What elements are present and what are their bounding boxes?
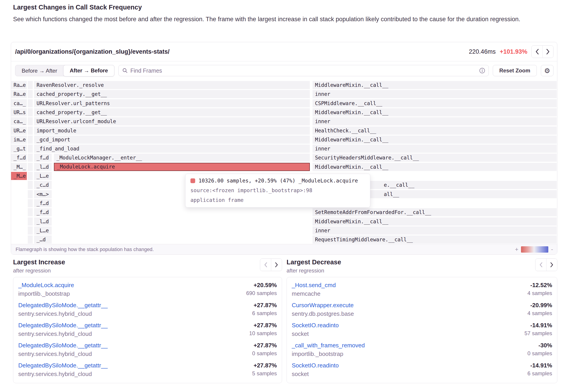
flamegraph-canvas[interactable]: Ra…eRavenResolver._resolveMiddlewareMixi… (11, 81, 557, 244)
flame-frame-mid[interactable]: _f…d (34, 199, 52, 207)
flame-frame-main[interactable]: cached_property.__get__ (34, 108, 310, 116)
function-link[interactable]: SocketIO.readinto (292, 362, 339, 369)
flame-frame-narrow[interactable] (28, 190, 33, 198)
flame-frame-narrow[interactable] (28, 90, 33, 98)
flame-frame-left[interactable]: _f…d (11, 154, 27, 162)
reset-zoom-button[interactable]: Reset Zoom (493, 65, 537, 76)
next-endpoint-button[interactable] (542, 45, 553, 58)
flame-frame-narrow[interactable] (28, 217, 33, 225)
flame-frame-narrow[interactable] (28, 145, 33, 153)
flame-frame-mid[interactable]: _c…d (34, 181, 52, 189)
function-link[interactable]: CursorWrapper.execute (292, 301, 353, 309)
flame-frame-middleware[interactable]: MiddlewareMixin.__call__ (312, 163, 557, 171)
flame-frame-middleware[interactable]: MiddlewareMixin.__call__ (312, 217, 557, 225)
change-percent: -14.91% (530, 322, 552, 329)
flame-frame-narrow[interactable] (28, 81, 33, 89)
flame-frame-mid[interactable]: _l…d (34, 163, 52, 171)
flame-frame-mid[interactable]: _L…e (34, 172, 52, 180)
flame-frame-main[interactable]: _find_and_load (34, 145, 310, 153)
flame-frame-left[interactable]: im…e (11, 136, 27, 144)
settings-button[interactable]: ⚙ (541, 65, 553, 76)
flame-frame-middleware[interactable]: inner (312, 90, 557, 98)
flame-frame-left[interactable]: Ra…e (11, 81, 27, 89)
sample-count: 4 samples (528, 310, 552, 318)
module-label: sentry.services.hybrid_cloud (18, 330, 92, 338)
info-icon[interactable] (479, 68, 485, 74)
flame-frame-left[interactable]: Ra…e (11, 90, 27, 98)
previous-endpoint-button[interactable] (532, 45, 542, 58)
flame-frame-left[interactable]: _M…e (11, 172, 27, 180)
flame-frame-middleware[interactable]: inner (312, 145, 557, 153)
intro: Largest Changes in Call Stack Frequency … (13, 4, 546, 24)
increase-next-button[interactable] (271, 259, 282, 271)
flame-frame-narrow[interactable] (28, 199, 33, 207)
flame-frame-narrow[interactable] (28, 236, 33, 244)
flame-frame-mid[interactable]: _l…d (34, 217, 52, 225)
flame-frame-middleware[interactable]: MiddlewareMixin.__call__ (312, 136, 557, 144)
flame-frame-narrow[interactable] (28, 226, 33, 235)
page: Largest Changes in Call Stack Frequency … (0, 0, 565, 392)
flame-frame-mid[interactable]: <m…> (34, 190, 52, 198)
chevron-right-icon (550, 262, 553, 268)
flame-frame-narrow[interactable] (28, 208, 33, 216)
flame-frame-mid[interactable]: _f…d (34, 208, 52, 216)
flame-frame-left[interactable]: UR…s (11, 108, 27, 116)
flame-frame-mid[interactable]: _f…d (34, 154, 52, 162)
flame-frame-main[interactable]: _gcd_import (34, 136, 310, 144)
diff-color-legend: + - (515, 246, 553, 253)
flame-frame-middleware[interactable]: MiddlewareMixin.__call__ (312, 81, 557, 89)
change-percent: +27.87% (254, 342, 277, 349)
flame-frame-selected[interactable]: _ModuleLock.acquire (54, 163, 310, 171)
decrease-header: Largest Decrease after regression (287, 258, 557, 274)
flame-frame-middleware[interactable]: RequestTimingMiddleware.__call__ (312, 236, 557, 244)
flame-frame-left[interactable]: ca…_ (11, 117, 27, 126)
toggle-after-before[interactable]: After → Before (63, 65, 114, 76)
function-link[interactable]: SocketIO.readinto (292, 322, 339, 329)
decrease-next-button[interactable] (546, 259, 557, 271)
flame-frame-narrow[interactable] (28, 163, 33, 171)
increase-previous-button[interactable] (260, 259, 271, 271)
flame-frame-mid[interactable]: _…d (34, 236, 52, 244)
flame-frame-left[interactable]: _g…t (11, 145, 27, 153)
flame-frame-middleware[interactable]: SetRemoteAddrFromForwardedFor.__call__ (312, 208, 557, 216)
flame-frame-left[interactable]: UR…e (11, 126, 27, 135)
function-link[interactable]: _call_with_frames_removed (292, 341, 365, 349)
flame-frame-main[interactable]: URLResolver.urlconf_module (34, 117, 310, 126)
find-frames-search[interactable] (118, 65, 489, 76)
search-input[interactable] (130, 68, 479, 74)
flame-frame-main[interactable]: cached_property.__get__ (34, 90, 310, 98)
flame-frame-narrow[interactable] (28, 136, 33, 144)
flame-frame-main[interactable]: RavenResolver._resolve (34, 81, 310, 89)
flame-frame-narrow[interactable] (28, 117, 33, 126)
flame-frame-left[interactable]: ca…_ (11, 99, 27, 107)
flame-frame-main[interactable]: _ModuleLockManager.__enter__ (54, 154, 310, 162)
flame-frame-narrow[interactable] (28, 126, 33, 135)
flame-frame-narrow[interactable] (28, 172, 33, 180)
flame-frame-middleware[interactable]: CSPMiddleware.__call__ (312, 99, 557, 107)
function-link[interactable]: DelegatedBySiloMode.__getattr__ (18, 301, 108, 309)
flame-frame-narrow[interactable] (28, 99, 33, 107)
flame-frame-mid[interactable]: _L…e (34, 226, 52, 235)
flame-frame-narrow[interactable] (28, 108, 33, 116)
function-link[interactable]: _ModuleLock.acquire (18, 281, 74, 289)
toggle-before-after[interactable]: Before → After (15, 65, 63, 76)
flame-frame-narrow[interactable] (28, 154, 33, 162)
function-link[interactable]: _Host.send_cmd (292, 281, 336, 289)
flame-frame-middleware[interactable]: HealthCheck.__call__ (312, 126, 557, 135)
change-percent: +27.87% (254, 302, 277, 309)
flame-frame-middleware[interactable]: inner (312, 117, 557, 126)
flame-frame-narrow[interactable] (28, 181, 33, 189)
endpoint-pagination (531, 45, 553, 58)
flame-frame-middleware[interactable]: SecurityHeadersMiddleware.__call__ (312, 154, 557, 162)
flame-frame-main[interactable]: URLResolver.url_patterns (34, 99, 310, 107)
flame-frame-middleware[interactable]: inner (312, 226, 557, 235)
function-link[interactable]: DelegatedBySiloMode.__getattr__ (18, 362, 108, 369)
flame-frame-middleware[interactable]: MiddlewareMixin.__call__ (312, 108, 557, 116)
function-link[interactable]: DelegatedBySiloMode.__getattr__ (18, 322, 108, 329)
flame-frame-main[interactable]: import_module (34, 126, 310, 135)
function-link[interactable]: DelegatedBySiloMode.__getattr__ (18, 341, 108, 349)
change-percent: -12.52% (530, 282, 552, 289)
flame-frame-left[interactable]: _M…_ (11, 163, 27, 171)
change-percent: -20.99% (530, 302, 552, 309)
decrease-previous-button[interactable] (536, 259, 546, 271)
